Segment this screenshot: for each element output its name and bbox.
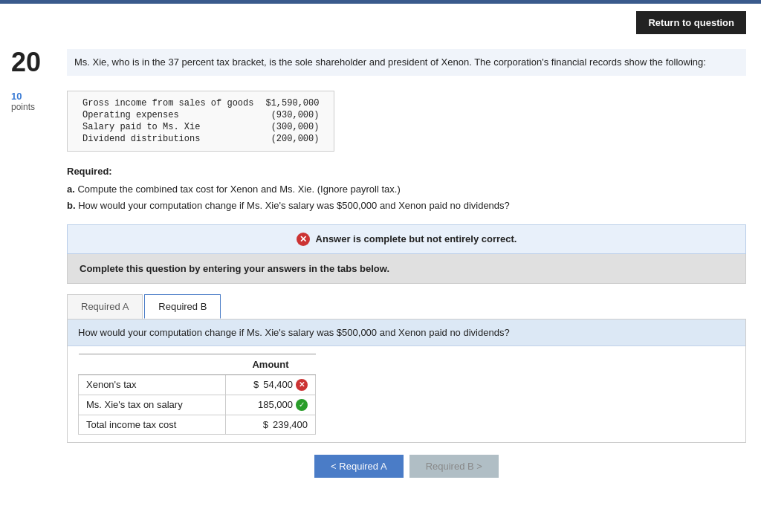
tab-required-b[interactable]: Required B xyxy=(144,294,221,319)
left-panel: 20 10 points xyxy=(0,42,59,485)
required-item-letter: a. xyxy=(67,184,75,195)
required-item: b. How would your computation change if … xyxy=(67,198,746,214)
table-row-amount: $54,400✕ xyxy=(226,374,316,395)
required-item-text: How would your computation change if Ms.… xyxy=(78,200,510,211)
amount-value: 239,400 xyxy=(273,419,308,430)
financial-row-amount: $1,590,000 xyxy=(259,97,325,109)
answer-status-text: Answer is complete but not entirely corr… xyxy=(316,233,517,244)
return-to-question-button[interactable]: Return to question xyxy=(636,11,746,34)
table-row: Ms. Xie's tax on salary185,000✓ xyxy=(79,395,316,415)
required-items: a. Compute the combined tax cost for Xen… xyxy=(67,181,746,214)
financial-table-row: Gross income from sales of goods$1,590,0… xyxy=(77,97,325,109)
data-table: Amount Xenon's tax$54,400✕Ms. Xie's tax … xyxy=(78,354,316,435)
dollar-sign: $ xyxy=(263,419,268,430)
main-layout: 20 10 points Ms. Xie, who is in the 37 p… xyxy=(0,42,761,500)
required-item-text: Compute the combined tax cost for Xenon … xyxy=(77,184,400,195)
prev-required-a-button[interactable]: < Required A xyxy=(314,455,404,478)
table-row: Xenon's tax$54,400✕ xyxy=(79,374,316,395)
tab-content: How would your computation change if Ms.… xyxy=(67,319,746,443)
error-icon: ✕ xyxy=(297,233,310,246)
financial-row-amount: (200,000) xyxy=(259,133,325,145)
content-area: Ms. Xie, who is in the 37 percent tax br… xyxy=(59,42,761,485)
tabs-row: Required ARequired B xyxy=(67,294,746,319)
financial-row-label: Dividend distributions xyxy=(77,133,259,145)
question-text: Ms. Xie, who is in the 37 percent tax br… xyxy=(67,49,746,76)
financial-row-label: Gross income from sales of goods xyxy=(77,97,259,109)
table-label-header xyxy=(79,354,226,374)
financial-table-row: Operating expenses(930,000) xyxy=(77,109,325,121)
table-row-amount: $239,400 xyxy=(226,415,316,434)
complete-instruction: Complete this question by entering your … xyxy=(67,254,746,284)
table-row-label: Ms. Xie's tax on salary xyxy=(79,395,226,415)
points-label: 10 xyxy=(11,91,48,102)
financial-row-amount: (930,000) xyxy=(259,109,325,121)
answer-status-bar: ✕ Answer is complete but not entirely co… xyxy=(67,224,746,254)
financial-row-label: Operating expenses xyxy=(77,109,259,121)
financial-table-row: Salary paid to Ms. Xie(300,000) xyxy=(77,121,325,133)
amount-value: 54,400 xyxy=(263,379,293,390)
header: Return to question xyxy=(0,4,761,42)
nav-buttons: < Required A Required B > xyxy=(67,455,746,478)
table-row-label: Xenon's tax xyxy=(79,374,226,395)
financial-row-amount: (300,000) xyxy=(259,121,325,133)
check-icon: ✓ xyxy=(296,399,308,411)
question-number: 20 xyxy=(11,49,48,76)
required-label: Required: xyxy=(67,166,746,177)
financial-table-row: Dividend distributions(200,000) xyxy=(77,133,325,145)
required-item-letter: b. xyxy=(67,200,76,211)
financial-table: Gross income from sales of goods$1,590,0… xyxy=(67,91,334,152)
tab-required-a[interactable]: Required A xyxy=(67,294,143,319)
points-value: points xyxy=(11,102,48,112)
table-row-amount: 185,000✓ xyxy=(226,395,316,415)
required-item: a. Compute the combined tax cost for Xen… xyxy=(67,181,746,198)
amount-value: 185,000 xyxy=(258,399,293,410)
table-row: Total income tax cost$239,400 xyxy=(79,415,316,434)
table-row-label: Total income tax cost xyxy=(79,415,226,434)
error-icon: ✕ xyxy=(296,379,308,391)
financial-row-label: Salary paid to Ms. Xie xyxy=(77,121,259,133)
tab-question: How would your computation change if Ms.… xyxy=(68,319,745,346)
table-amount-header: Amount xyxy=(226,354,316,374)
next-required-b-button: Required B > xyxy=(409,455,499,478)
dollar-sign: $ xyxy=(253,379,259,390)
